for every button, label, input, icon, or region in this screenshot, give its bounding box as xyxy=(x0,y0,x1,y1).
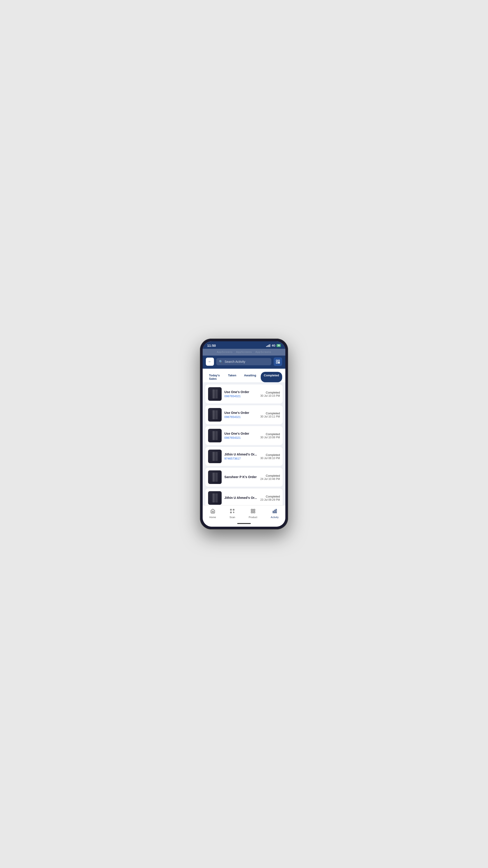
tab-taken[interactable]: Taken xyxy=(225,372,239,382)
status-bar: 11:50 4G 36 xyxy=(203,341,285,349)
order-phone: 0987654321 xyxy=(224,395,258,398)
order-thumbnail xyxy=(208,491,222,505)
svg-rect-14 xyxy=(253,509,255,510)
order-date: 30 Jul 10:08 PM xyxy=(260,436,280,439)
home-indicator xyxy=(237,523,251,524)
order-thumbnail xyxy=(208,450,222,463)
status-time: 11:50 xyxy=(207,344,216,347)
order-name: Sansheer P K's Order xyxy=(224,475,258,479)
svg-rect-9 xyxy=(230,512,232,513)
svg-rect-19 xyxy=(275,509,276,513)
search-bar[interactable]: 🔍 Search Activity xyxy=(216,358,271,365)
svg-rect-15 xyxy=(251,512,252,513)
order-status: Completed xyxy=(260,432,280,436)
tab-completed[interactable]: Completed xyxy=(261,372,282,382)
order-info: Use One's Order 0987654321 xyxy=(224,390,258,398)
barcode-icon xyxy=(212,410,218,419)
home-nav-label: Home xyxy=(209,516,216,519)
order-phone: 9746573617 xyxy=(224,457,258,460)
tab-today-sales[interactable]: Today's Sales xyxy=(206,372,223,382)
nav-item-scan[interactable]: Scan xyxy=(226,508,239,520)
order-thumbnail xyxy=(208,470,222,484)
product-nav-label: Product xyxy=(249,516,257,519)
svg-rect-8 xyxy=(233,509,234,510)
tab-awaiting[interactable]: Awaiting xyxy=(241,372,259,382)
watermark: AppScreens AppScreens AppScreens xyxy=(203,349,285,355)
order-status: Completed xyxy=(260,495,280,498)
home-indicator-bar xyxy=(203,521,285,527)
svg-rect-1 xyxy=(278,360,280,362)
order-date: 23 Jul 09:29 PM xyxy=(260,498,280,501)
order-phone: 0987654321 xyxy=(224,415,258,418)
qr-scan-button[interactable] xyxy=(273,358,282,366)
svg-rect-0 xyxy=(276,360,278,362)
network-type: 4G xyxy=(272,344,275,347)
order-thumbnail xyxy=(208,408,222,422)
order-thumbnail xyxy=(208,387,222,401)
order-item[interactable]: Use One's Order 0987654321 Completed 30 … xyxy=(205,384,283,403)
order-name: Jithin U Ahmed's Or... xyxy=(224,453,258,456)
svg-rect-16 xyxy=(253,512,255,513)
bottom-nav: Home Scan Product Activity xyxy=(203,505,285,521)
svg-rect-4 xyxy=(279,362,280,363)
order-status: Completed xyxy=(260,474,280,477)
back-arrow-icon: ← xyxy=(208,360,212,364)
svg-rect-7 xyxy=(230,509,232,510)
order-name: Use One's Order xyxy=(224,432,258,435)
phone-screen: 11:50 4G 36 AppScreens AppScreens AppScr… xyxy=(203,341,285,527)
barcode-icon xyxy=(212,452,218,461)
scan-nav-label: Scan xyxy=(230,516,235,519)
home-icon xyxy=(210,508,215,515)
signal-icon xyxy=(266,344,270,347)
order-status: Completed xyxy=(260,453,280,457)
order-name: Use One's Order xyxy=(224,390,258,394)
order-info: Sansheer P K's Order xyxy=(224,475,258,479)
order-date: 24 Jul 10:48 PM xyxy=(260,477,280,480)
svg-rect-18 xyxy=(274,510,275,513)
order-name: Use One's Order xyxy=(224,411,258,414)
barcode-icon xyxy=(212,473,218,482)
back-button[interactable]: ← xyxy=(206,358,214,366)
svg-rect-17 xyxy=(273,511,273,513)
activity-nav-label: Activity xyxy=(271,516,279,519)
order-item[interactable]: Jithin U Ahmed's Or... 9746573617 Comple… xyxy=(205,447,283,466)
svg-rect-6 xyxy=(279,363,280,364)
header: ← 🔍 Search Activity xyxy=(203,355,285,369)
order-item[interactable]: Use One's Order 0987654321 Completed 30 … xyxy=(205,405,283,424)
nav-item-home[interactable]: Home xyxy=(206,508,220,520)
svg-rect-13 xyxy=(251,509,252,510)
order-item[interactable]: Sansheer P K's Order Completed 24 Jul 10… xyxy=(205,468,283,487)
activity-icon xyxy=(272,508,277,515)
status-icons: 4G 36 xyxy=(266,344,281,347)
order-status-block: Completed 24 Jul 10:48 PM xyxy=(260,474,280,480)
order-status-block: Completed 30 Jul 10:11 PM xyxy=(260,412,280,418)
order-item[interactable]: Use One's Order 0987654321 Completed 30 … xyxy=(205,426,283,445)
order-status-block: Completed 23 Jul 09:29 PM xyxy=(260,495,280,501)
search-icon: 🔍 xyxy=(219,360,223,364)
order-info: Jithin U Ahmed's Or... 9746573617 xyxy=(224,453,258,460)
nav-item-product[interactable]: Product xyxy=(245,508,261,520)
tab-bar: Today's Sales Taken Awaiting Completed xyxy=(203,369,285,382)
barcode-icon xyxy=(212,431,218,440)
order-item[interactable]: Jithin U Ahmed's Or... Completed 23 Jul … xyxy=(205,489,283,505)
order-info: Use One's Order 0987654321 xyxy=(224,411,258,418)
phone-device: 11:50 4G 36 AppScreens AppScreens AppScr… xyxy=(200,339,288,529)
order-status-block: Completed 30 Jul 10:08 PM xyxy=(260,432,280,439)
search-placeholder-text: Search Activity xyxy=(225,360,246,364)
order-date: 30 Jul 10:11 PM xyxy=(260,415,280,418)
order-status: Completed xyxy=(260,391,280,394)
battery-level: 36 xyxy=(276,344,281,347)
order-date: 30 Jul 08:10 PM xyxy=(260,457,280,460)
scan-icon xyxy=(230,508,235,515)
order-info: Jithin U Ahmed's Or... xyxy=(224,496,258,500)
svg-rect-5 xyxy=(278,363,279,364)
nav-item-activity[interactable]: Activity xyxy=(267,508,282,520)
product-icon xyxy=(251,508,256,515)
order-thumbnail xyxy=(208,429,222,442)
order-status-block: Completed 30 Jul 10:15 PM xyxy=(260,391,280,397)
barcode-icon xyxy=(212,493,218,502)
order-status-block: Completed 30 Jul 08:10 PM xyxy=(260,453,280,460)
barcode-icon xyxy=(212,390,218,399)
order-phone: 0987654321 xyxy=(224,436,258,439)
qr-icon xyxy=(275,360,280,364)
